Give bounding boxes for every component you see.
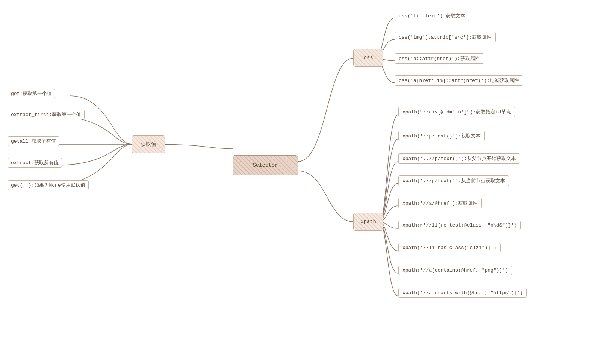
xpath-leaf-9: xpath('//a[starts-with(@href, "https")]'…: [398, 288, 527, 298]
leaf-getall: getall:获取所有值: [8, 136, 59, 146]
css-leaf-4: css('a[href*=im]::attr(href)'):过滤获取属性: [395, 75, 523, 86]
css-leaf-2: css('img').attrib['src']:获取属性: [395, 32, 496, 42]
css-leaf-1: css('li::text'):获取文本: [395, 11, 469, 21]
leaf-get-default: get(''):如果为None使用默认值: [8, 180, 89, 190]
xpath-leaf-2: xpath('//p/text()'):获取文本: [398, 131, 485, 141]
xpath-leaf-3: xpath('..//p/text()'):从父节点开始获取文本: [398, 153, 520, 164]
xpath-leaf-8: xpath('//a[contains(@href, "png")]'): [398, 266, 512, 275]
xpath-leaf-1: xpath("//div[@id='in']"):获取指定id节点: [398, 107, 515, 117]
xpath-leaf-6: xpath(r'//li[re:test(@class, "n\d$")]'): [398, 221, 521, 230]
leaf-get: get:获取第一个值: [8, 89, 55, 98]
xpath-node: xpath: [353, 213, 383, 231]
xpath-leaf-5: xpath('//a/@href'):获取属性: [398, 198, 482, 208]
leaf-extract: extract:获取所有值: [8, 158, 62, 168]
get-value-label: 获取值: [141, 141, 156, 148]
get-value-node: 获取值: [132, 135, 165, 153]
css-node: css: [353, 49, 383, 67]
selector-node: Selector: [233, 155, 298, 175]
css-label: css: [363, 55, 373, 61]
xpath-leaf-7: xpath('//li[has-class("clz1")]'): [398, 243, 501, 252]
xpath-leaf-4: xpath('.//p/text()':从当前节点获取文本: [398, 175, 509, 186]
css-leaf-3: css('a::attr(href)'):获取属性: [395, 53, 484, 64]
selector-label: Selector: [253, 162, 278, 168]
leaf-extract-first: extract_first:获取第一个值: [8, 110, 85, 119]
xpath-label: xpath: [360, 219, 376, 225]
